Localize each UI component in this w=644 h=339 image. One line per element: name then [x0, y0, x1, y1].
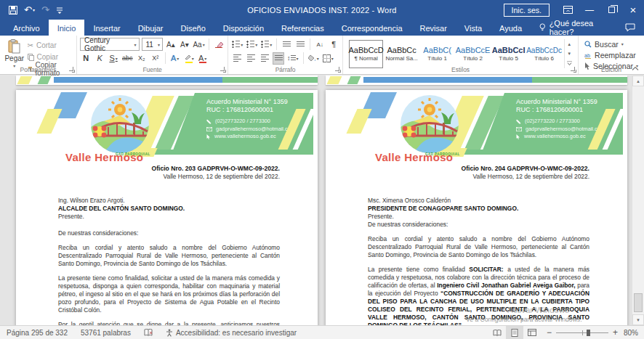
bold-button[interactable]: N: [80, 52, 92, 65]
scroll-up-icon[interactable]: ▲: [632, 75, 644, 86]
tell-me-box[interactable]: ¿Qué desea hacer?: [531, 20, 625, 36]
bullets-button[interactable]: ▾: [231, 38, 243, 51]
multilevel-list-button[interactable]: ▾: [260, 38, 273, 51]
sort-button[interactable]: A↓: [314, 38, 326, 51]
word-count[interactable]: 53761 palabras: [74, 326, 137, 339]
tab-disposicion[interactable]: Disposición: [214, 20, 273, 36]
tab-correspondencia[interactable]: Correspondencia: [333, 20, 411, 36]
font-size-combo[interactable]: 11▾: [142, 38, 163, 51]
zoom-slider[interactable]: [556, 329, 608, 337]
page-oficio-204[interactable]: Acuerdo Ministerial N° 1359 RUC : 176812…: [326, 90, 627, 325]
proofing-status[interactable]: [137, 326, 159, 339]
tab-diseno[interactable]: Diseño: [172, 20, 214, 36]
zoom-slider-thumb[interactable]: [587, 330, 590, 336]
bullets-icon: [232, 41, 240, 48]
find-button[interactable]: Buscar▾: [584, 39, 638, 49]
justify-button[interactable]: [273, 52, 284, 65]
restore-button[interactable]: [600, 0, 622, 20]
tab-archivo[interactable]: Archivo: [4, 20, 49, 36]
cut-button[interactable]: ✂ Cortar: [26, 40, 74, 51]
redo-icon[interactable]: ↷: [41, 5, 49, 15]
document-canvas[interactable]: Acuerdo Ministerial N° 1359 RUC : 176812…: [0, 75, 644, 325]
style-titulo-6[interactable]: AaBbCcDc Título 6: [527, 40, 561, 68]
undo-icon[interactable]: ↶▾: [24, 5, 35, 15]
oficio-number: Oficio Nro. 204 GADPRVH-O-WMC-09-2022.: [368, 165, 589, 173]
scrollbar-thumb[interactable]: [634, 293, 643, 312]
style-normal-sa[interactable]: AaBbCc Normal Sa...: [385, 40, 419, 68]
change-case-button[interactable]: Aa▾: [193, 38, 205, 51]
style-titulo-2[interactable]: AaBbCcE Título 2: [456, 40, 490, 68]
paste-button[interactable]: Pegar ▾: [3, 38, 26, 68]
clipboard-dialog-launcher[interactable]: [69, 67, 74, 72]
ribbon: Pegar ▾ ✂ Cortar Copiar Copiar formato P…: [0, 36, 644, 75]
style-titulo-1[interactable]: AaBbC( Título 1: [420, 40, 454, 68]
font-name-combo[interactable]: Century Gothic▾: [80, 38, 139, 51]
letterhead-bottom-bar: [153, 150, 313, 155]
multilevel-list-icon: [261, 41, 269, 48]
close-button[interactable]: ×: [622, 0, 644, 20]
subscript-button[interactable]: X₂: [136, 52, 148, 65]
superscript-button[interactable]: X²: [150, 52, 161, 65]
footer-stripe-green: [347, 76, 361, 84]
group-portapapeles: Pegar ▾ ✂ Cortar Copiar Copiar formato P…: [0, 36, 77, 74]
clear-formatting-button[interactable]: [213, 38, 225, 51]
styles-scroll-up-icon[interactable]: ▲: [565, 39, 573, 49]
tab-vista[interactable]: Vista: [456, 20, 491, 36]
style-titulo-5[interactable]: AaBbCcI Título 5: [491, 40, 526, 68]
collapse-ribbon-icon[interactable]: [632, 66, 639, 72]
borders-button[interactable]: ▾: [322, 52, 334, 65]
underline-button[interactable]: S▾: [108, 52, 119, 65]
style-normal[interactable]: AaBbCcD ¶ Normal: [349, 40, 383, 68]
font-color-button[interactable]: A▾: [197, 52, 209, 65]
align-left-button[interactable]: [231, 52, 243, 65]
zoom-in-button[interactable]: +: [613, 327, 618, 338]
comments-icon[interactable]: [625, 20, 644, 36]
numbering-button[interactable]: ▾: [246, 38, 258, 51]
tab-insertar[interactable]: Insertar: [84, 20, 129, 36]
show-marks-button[interactable]: ¶: [328, 38, 339, 51]
tab-ayuda[interactable]: Ayuda: [491, 20, 531, 36]
restore-icon: [608, 7, 615, 13]
line-spacing-button[interactable]: ↕▾: [286, 52, 299, 65]
page-oficio-203[interactable]: Acuerdo Ministerial N° 1359 RUC : 176812…: [16, 90, 318, 325]
text-effects-button[interactable]: A▾: [169, 52, 181, 65]
strikethrough-button[interactable]: abc: [121, 52, 134, 65]
tab-revisar[interactable]: Revisar: [411, 20, 456, 36]
sign-in-button[interactable]: Inic. ses.: [504, 4, 550, 17]
font-dialog-launcher[interactable]: [220, 67, 225, 72]
paragraph-dialog-launcher[interactable]: [335, 67, 340, 72]
read-mode-button[interactable]: [488, 326, 506, 339]
align-center-button[interactable]: [245, 52, 257, 65]
tab-inicio[interactable]: Inicio: [49, 20, 85, 36]
align-right-button[interactable]: [259, 52, 270, 65]
tab-dibujar[interactable]: Dibujar: [129, 20, 172, 36]
increase-indent-button[interactable]: [294, 38, 306, 51]
print-layout-button[interactable]: [506, 326, 523, 339]
scroll-down-icon[interactable]: ▼: [632, 314, 644, 325]
align-left-icon: [233, 54, 241, 62]
replace-button[interactable]: ab Reemplazar: [584, 50, 638, 60]
ribbon-display-options-icon[interactable]: [557, 0, 579, 20]
styles-dialog-launcher[interactable]: [571, 67, 576, 72]
customize-qat-icon[interactable]: [56, 6, 63, 15]
page-indicator[interactable]: Página 295 de 332: [0, 326, 74, 339]
paragraph-2: La presente tiene como finalidad, solici…: [58, 274, 280, 314]
paint-bucket-icon: [308, 54, 316, 62]
minimize-button[interactable]: —: [579, 0, 600, 20]
zoom-out-button[interactable]: −: [547, 327, 552, 338]
zoom-percentage[interactable]: 80%: [624, 329, 644, 337]
save-icon[interactable]: [9, 6, 17, 15]
italic-button[interactable]: K: [94, 52, 105, 65]
vertical-scrollbar[interactable]: ▲ ▼: [632, 75, 644, 325]
shading-button[interactable]: ▾: [307, 52, 320, 65]
activate-windows-watermark: Activar Windows: [507, 306, 569, 314]
accessibility-status[interactable]: Accesibilidad: es necesario investigar: [159, 326, 303, 339]
tab-referencias[interactable]: Referencias: [273, 20, 333, 36]
phone-number: (02)2773220 / 2773300: [215, 118, 270, 126]
decrease-indent-button[interactable]: [281, 38, 292, 51]
highlight-button[interactable]: ▾: [183, 52, 195, 65]
web-layout-button[interactable]: [523, 326, 541, 339]
shrink-font-button[interactable]: A▾: [179, 38, 190, 51]
styles-scroll-down-icon[interactable]: ▼: [565, 49, 573, 58]
grow-font-button[interactable]: A▴: [165, 38, 177, 51]
